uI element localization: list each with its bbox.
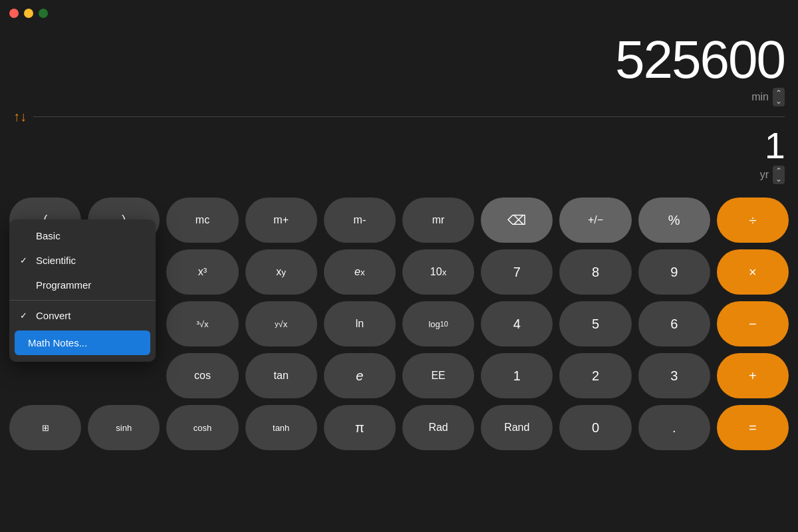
y-root-button[interactable]: y√x (245, 301, 317, 346)
divider-row: ↑↓ (0, 106, 798, 127)
menu-item-scientific[interactable]: ✓ Scientific (9, 248, 156, 273)
e-power-x-button[interactable]: ex (324, 249, 396, 295)
cosh-button[interactable]: cosh (166, 405, 238, 450)
backspace-button[interactable]: ⌫ (481, 198, 553, 243)
mc-button[interactable]: mc (166, 198, 238, 243)
secondary-value: 1 (0, 127, 785, 164)
tanh-button[interactable]: tanh (245, 405, 317, 450)
e-const-button[interactable]: e (324, 353, 396, 398)
secondary-unit: yr (760, 169, 769, 181)
tan-button[interactable]: tan (245, 353, 317, 398)
m-minus-button[interactable]: m- (324, 198, 396, 243)
x-power-y-button[interactable]: xy (245, 249, 317, 295)
rand-button[interactable]: Rand (481, 405, 553, 450)
menu-item-programmer-label: Programmer (36, 279, 91, 291)
cos-button[interactable]: cos (166, 353, 238, 398)
menu-item-scientific-label: Scientific (36, 255, 76, 266)
menu-item-programmer[interactable]: Programmer (9, 273, 156, 297)
close-button[interactable] (9, 9, 19, 18)
two-button[interactable]: 2 (559, 353, 631, 398)
mode-dropdown: Basic ✓ Scientific Programmer ✓ Convert … (9, 219, 156, 362)
title-bar (0, 0, 798, 27)
divider-line (33, 116, 785, 117)
five-button[interactable]: 5 (559, 301, 631, 346)
ten-power-x-button[interactable]: 10x (402, 249, 474, 295)
decimal-button[interactable]: . (638, 405, 710, 450)
main-unit: min (751, 91, 769, 103)
menu-item-math-notes[interactable]: Math Notes... (15, 331, 150, 355)
ee-button[interactable]: EE (402, 353, 474, 398)
scientific-checkmark: ✓ (20, 255, 27, 265)
convert-checkmark: ✓ (20, 311, 27, 321)
secondary-unit-stepper[interactable]: ⌃⌄ (773, 166, 785, 184)
main-value: 525600 (0, 27, 785, 86)
menu-item-basic-label: Basic (36, 230, 61, 241)
swap-button[interactable]: ↑↓ (13, 109, 27, 124)
pi-button[interactable]: π (324, 405, 396, 450)
minimize-button[interactable] (24, 9, 33, 18)
rad-button[interactable]: Rad (402, 405, 474, 450)
add-button[interactable]: + (717, 353, 789, 398)
seven-button[interactable]: 7 (481, 249, 553, 295)
menu-item-math-notes-label: Math Notes... (28, 337, 87, 348)
x-cubed-button[interactable]: x³ (166, 249, 238, 295)
nine-button[interactable]: 9 (638, 249, 710, 295)
sinh-button[interactable]: sinh (88, 405, 160, 450)
maximize-button[interactable] (39, 9, 48, 18)
log10-button[interactable]: log10 (402, 301, 474, 346)
plus-minus-button[interactable]: +/− (559, 198, 631, 243)
menu-divider (9, 300, 156, 301)
main-display: 525600 min ⌃⌄ (0, 27, 798, 106)
six-button[interactable]: 6 (638, 301, 710, 346)
cube-root-button[interactable]: ³√x (166, 301, 238, 346)
secondary-display: 1 yr ⌃⌄ (0, 127, 798, 184)
three-button[interactable]: 3 (638, 353, 710, 398)
four-button[interactable]: 4 (481, 301, 553, 346)
menu-item-convert[interactable]: ✓ Convert (9, 303, 156, 328)
subtract-button[interactable]: − (717, 301, 789, 346)
percent-button[interactable]: % (638, 198, 710, 243)
mr-button[interactable]: mr (402, 198, 474, 243)
mode-button[interactable]: ⊞ (9, 405, 81, 450)
menu-item-basic[interactable]: Basic (9, 223, 156, 248)
eight-button[interactable]: 8 (559, 249, 631, 295)
ln-button[interactable]: ln (324, 301, 396, 346)
divide-button[interactable]: ÷ (717, 198, 789, 243)
zero-button[interactable]: 0 (559, 405, 631, 450)
equals-button[interactable]: = (717, 405, 789, 450)
one-button[interactable]: 1 (481, 353, 553, 398)
m-plus-button[interactable]: m+ (245, 198, 317, 243)
main-unit-stepper[interactable]: ⌃⌄ (773, 88, 785, 106)
multiply-button[interactable]: × (717, 249, 789, 295)
menu-item-convert-label: Convert (36, 310, 71, 321)
